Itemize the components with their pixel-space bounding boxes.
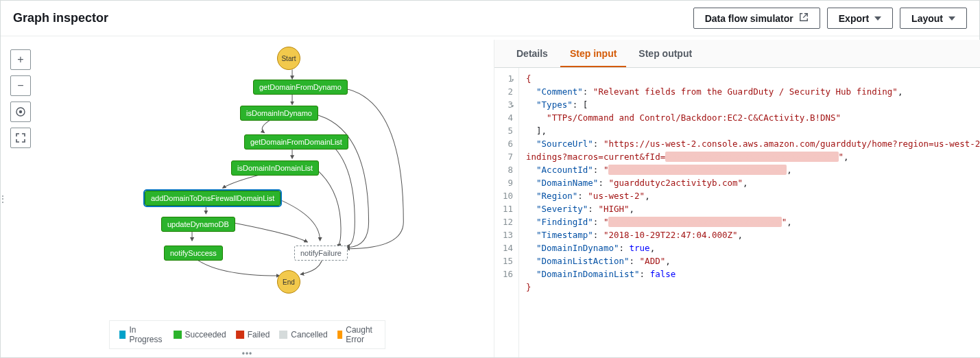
legend-swatch-succeeded bbox=[174, 331, 182, 339]
state-node-addDomainToDnsFirewallDomainList[interactable]: addDomainToDnsFirewallDomainList bbox=[145, 191, 280, 206]
state-node-notifyFailure[interactable]: notifyFailure bbox=[294, 246, 348, 261]
external-link-icon bbox=[799, 12, 809, 24]
end-label: End bbox=[283, 278, 295, 286]
center-button[interactable] bbox=[10, 102, 31, 122]
tab-step-output[interactable]: Step output bbox=[629, 40, 702, 67]
export-label: Export bbox=[839, 13, 869, 24]
code-source[interactable]: { "Comment": "Relevant fields from the G… bbox=[519, 68, 980, 357]
fullscreen-icon bbox=[15, 132, 26, 143]
export-button[interactable]: Export bbox=[827, 8, 893, 29]
start-label: Start bbox=[281, 55, 296, 62]
legend-swatch-failed bbox=[236, 331, 244, 339]
target-icon bbox=[15, 106, 26, 117]
resize-handle-vertical[interactable]: ⋮ bbox=[0, 193, 6, 204]
legend-label: Cancelled bbox=[291, 330, 327, 339]
legend-swatch-cancelled bbox=[279, 331, 287, 339]
plus-icon: + bbox=[17, 53, 23, 66]
start-node[interactable]: Start bbox=[277, 47, 300, 70]
state-node-getDomainFromDomainList[interactable]: getDomainFromDomainList bbox=[244, 134, 348, 150]
data-flow-simulator-button[interactable]: Data flow simulator bbox=[693, 8, 820, 29]
end-node[interactable]: End bbox=[277, 270, 300, 294]
state-node-updateDynamoDB[interactable]: updateDynamoDB bbox=[161, 217, 235, 232]
state-node-isDomainInDynamo[interactable]: isDomainInDynamo bbox=[240, 106, 318, 121]
legend-swatch-in-progress bbox=[119, 331, 126, 339]
svg-point-1 bbox=[20, 111, 22, 113]
tab-step-input[interactable]: Step input bbox=[560, 40, 626, 67]
zoom-out-button[interactable]: − bbox=[10, 75, 31, 96]
legend-label: Caught Error bbox=[346, 325, 375, 344]
minus-icon: − bbox=[17, 80, 23, 92]
zoom-in-button[interactable]: + bbox=[10, 49, 31, 70]
legend-swatch-caught bbox=[337, 331, 343, 339]
legend: In Progress Succeeded Failed Cancelled C… bbox=[109, 320, 386, 349]
legend-label: Failed bbox=[248, 330, 270, 339]
data-flow-simulator-label: Data flow simulator bbox=[705, 13, 793, 24]
state-node-getDomainFromDynamo[interactable]: getDomainFromDynamo bbox=[253, 80, 348, 95]
state-node-notifySuccess[interactable]: notifySuccess bbox=[164, 246, 223, 261]
fullscreen-button[interactable] bbox=[10, 128, 31, 148]
legend-label: Succeeded bbox=[185, 330, 226, 339]
caret-down-icon bbox=[948, 16, 955, 21]
legend-label: In Progress bbox=[129, 325, 163, 344]
layout-label: Layout bbox=[911, 13, 943, 24]
resize-handle-bottom[interactable]: ••• bbox=[242, 349, 253, 358]
tab-details[interactable]: Details bbox=[507, 40, 558, 67]
page-title: Graph inspector bbox=[13, 11, 108, 25]
state-node-isDomainInDomainList[interactable]: isDomainInDomainList bbox=[231, 160, 319, 176]
code-gutter: 1▾23▾45678910111213141516 bbox=[494, 68, 519, 357]
layout-button[interactable]: Layout bbox=[900, 8, 967, 29]
caret-down-icon bbox=[874, 16, 881, 21]
